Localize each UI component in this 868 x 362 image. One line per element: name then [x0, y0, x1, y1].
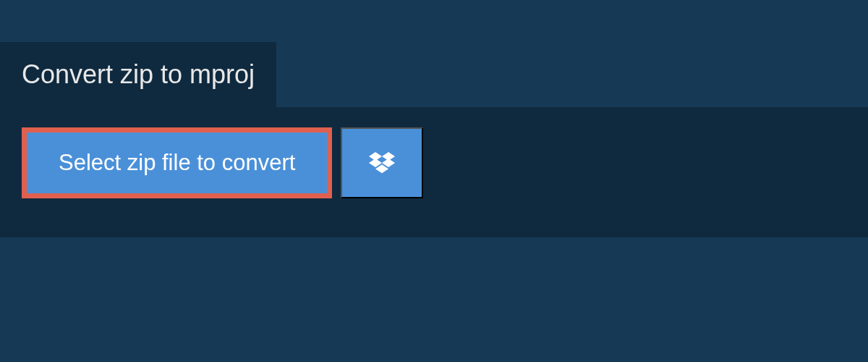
dropbox-icon [369, 150, 395, 176]
page-title: Convert zip to mproj [22, 59, 255, 90]
dropbox-button[interactable] [341, 127, 423, 198]
select-file-button[interactable]: Select zip file to convert [22, 127, 332, 198]
main-panel: Select zip file to convert [0, 107, 868, 237]
button-row: Select zip file to convert [22, 127, 846, 198]
select-file-label: Select zip file to convert [59, 150, 295, 176]
header-tab: Convert zip to mproj [0, 42, 276, 107]
